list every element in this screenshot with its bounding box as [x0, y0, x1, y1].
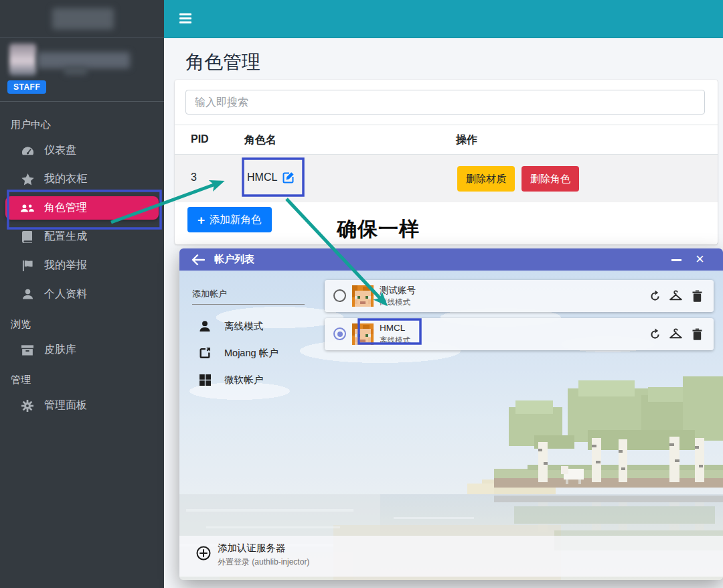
refresh-icon[interactable]: [648, 289, 662, 303]
minecraft-avatar: [352, 285, 374, 307]
page-title: 角色管理: [185, 50, 260, 75]
column-header-ops: 操作: [456, 133, 477, 147]
delete-role-button[interactable]: 删除角色: [521, 166, 579, 192]
box-icon: [20, 345, 35, 356]
panel-item-label: 离线模式: [224, 320, 263, 333]
refresh-icon[interactable]: [648, 327, 662, 342]
radio-selected[interactable]: [333, 327, 346, 340]
person-icon: [20, 289, 35, 300]
hmcl-account-window: 帐户列表 ×: [179, 248, 723, 580]
account-type: 离线模式: [380, 336, 410, 346]
gear-icon: [20, 400, 35, 412]
table-row: 3 HMCL 删除材质 删除角色: [175, 155, 718, 202]
panel-item-label: 微软帐户: [224, 374, 263, 386]
add-role-button[interactable]: + 添加新角色: [187, 207, 272, 232]
sidebar-item-dashboard[interactable]: 仪表盘: [0, 136, 164, 165]
delete-icon[interactable]: [690, 327, 704, 342]
window-title: 帐户列表: [214, 253, 254, 266]
sidebar-section-browse: 浏览: [0, 309, 164, 336]
delete-icon[interactable]: [690, 289, 704, 303]
account-name: 测试账号: [380, 285, 416, 297]
panel-item-mojang[interactable]: Mojang 帐户: [192, 342, 313, 364]
panel-item-label: Mojang 帐户: [224, 347, 278, 360]
add-auth-server-label: 添加认证服务器: [218, 542, 286, 555]
sidebar-item-label: 皮肤库: [44, 343, 76, 357]
account-type: 离线模式: [380, 297, 410, 307]
username-redacted-2: [64, 66, 87, 75]
sidebar-section-admin: 管理: [0, 364, 164, 391]
brand-area[interactable]: [0, 0, 164, 38]
sidebar: STAFF 用户中心 仪表盘 我的衣柜 角色管理: [0, 0, 164, 588]
gauge-icon: [20, 145, 35, 156]
radio-unselected[interactable]: [333, 289, 346, 302]
panel-divider: [192, 304, 305, 305]
sidebar-item-skin-library[interactable]: 皮肤库: [0, 336, 164, 364]
role-management-card: PID 角色名 操作 3 HMCL 删除材质 删除角色 + 添加新角色: [175, 80, 718, 244]
minimize-icon[interactable]: [671, 259, 681, 261]
delete-texture-button[interactable]: 删除材质: [457, 166, 515, 192]
microsoft-icon: [197, 374, 212, 386]
account-row-hmcl[interactable]: HMCL 离线模式: [325, 318, 714, 350]
sidebar-nav: 用户中心 仪表盘 我的衣柜 角色管理: [0, 109, 164, 420]
window-body: 添加帐户 离线模式 Mojang 帐户 微软帐户: [179, 271, 723, 580]
column-header-pid: PID: [191, 133, 209, 145]
sidebar-item-admin-panel[interactable]: 管理面板: [0, 391, 164, 420]
book-icon: [20, 231, 35, 243]
star-icon: [20, 173, 35, 186]
close-icon[interactable]: ×: [696, 250, 704, 269]
user-panel: STAFF: [0, 38, 164, 101]
table-header: PID 角色名 操作: [175, 125, 718, 155]
brand-logo-redacted: [52, 8, 114, 29]
person-dark-icon: [197, 321, 212, 332]
plus-icon: +: [197, 214, 205, 226]
sidebar-item-my-reports[interactable]: 我的举报: [0, 251, 164, 280]
sidebar-item-config-generator[interactable]: 配置生成: [0, 222, 164, 251]
sidebar-item-label: 个人资料: [44, 287, 87, 301]
sidebar-item-closet[interactable]: 我的衣柜: [0, 165, 164, 194]
add-auth-server-row[interactable]: 添加认证服务器 外置登录 (authlib-injector): [179, 536, 723, 577]
panel-item-microsoft[interactable]: 微软帐户: [192, 368, 313, 391]
add-account-header: 添加帐户: [192, 288, 227, 300]
sidebar-item-profile[interactable]: 个人资料: [0, 280, 164, 309]
sidebar-section-user-center: 用户中心: [0, 109, 164, 136]
sidebar-item-label: 我的举报: [44, 259, 87, 273]
annotation-note: 确保一样: [337, 216, 420, 243]
window-titlebar[interactable]: 帐户列表 ×: [179, 248, 723, 271]
cell-role-name: HMCL: [247, 171, 295, 183]
column-header-name: 角色名: [244, 133, 276, 147]
sidebar-item-label: 管理面板: [44, 398, 87, 413]
minecraft-avatar: [352, 323, 374, 345]
flag-icon: [20, 260, 35, 271]
circle-plus-icon: [195, 545, 212, 564]
hamburger-menu-icon[interactable]: [179, 13, 191, 24]
cell-pid: 3: [191, 171, 197, 183]
mojang-icon: [197, 347, 212, 359]
add-role-label: 添加新角色: [210, 213, 262, 227]
panel-item-offline-mode[interactable]: 离线模式: [192, 315, 313, 338]
sidebar-item-role-management[interactable]: 角色管理: [5, 196, 159, 220]
sidebar-item-label: 角色管理: [44, 201, 87, 215]
search-input[interactable]: [185, 90, 705, 115]
users-icon: [20, 203, 35, 214]
edit-icon[interactable]: [283, 171, 295, 183]
sidebar-item-label: 我的衣柜: [44, 172, 87, 186]
avatar: [9, 44, 36, 76]
role-name-text: HMCL: [247, 171, 277, 183]
authlib-injector-label: 外置登录 (authlib-injector): [218, 557, 309, 568]
sidebar-item-label: 配置生成: [44, 230, 87, 244]
top-navbar: [164, 0, 723, 38]
status-badge: STAFF: [7, 80, 46, 94]
back-arrow-icon[interactable]: [191, 254, 205, 265]
app-root: STAFF 用户中心 仪表盘 我的衣柜 角色管理: [0, 0, 723, 588]
skin-hanger-icon[interactable]: [669, 289, 683, 303]
sidebar-item-label: 仪表盘: [44, 143, 76, 157]
sidebar-divider: [0, 101, 164, 102]
skin-hanger-icon[interactable]: [669, 327, 683, 342]
account-name: HMCL: [380, 323, 405, 333]
account-row-test[interactable]: 测试账号 离线模式: [325, 280, 714, 312]
